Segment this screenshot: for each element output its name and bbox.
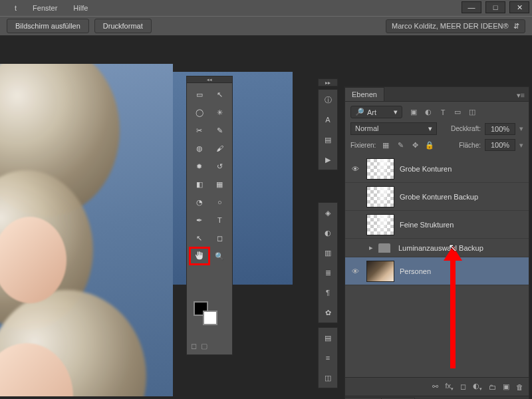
chevron-down-icon[interactable]: ▾ [519,141,523,150]
history-brush-icon[interactable]: ↺ [210,158,230,175]
layer-group[interactable]: ▸ Luminanzauswahl Backup [345,239,529,257]
shape-icon[interactable]: ◻ [210,229,230,247]
properties-icon[interactable]: ≡ [319,348,337,368]
layer-thumbnail[interactable] [366,186,394,207]
play-icon[interactable]: ▶ [319,150,337,170]
blend-mode-dropdown[interactable]: Normal ▾ [350,122,437,135]
side-collapse[interactable]: ▸▸ [318,78,338,86]
panel-menu-icon[interactable]: ▾≡ [513,90,529,101]
type-icon[interactable]: T [210,211,230,229]
paths-mini-icon[interactable]: ◫ [319,368,337,388]
workspace-label: Marco Kolditz, MEER DER IDEEN® [392,22,509,30]
fill-field[interactable]: 100% [485,139,515,151]
smart-filter-icon[interactable]: ◫ [466,106,478,118]
layer-name[interactable]: Luminanzauswahl Backup [398,244,483,252]
move-icon[interactable]: ↖ [210,86,230,103]
new-icon[interactable]: ▣ [503,382,509,391]
group-expand-icon[interactable]: ▸ [369,243,373,252]
layer-item[interactable]: Grobe Konturen Backup [345,183,529,211]
layer-thumbnail[interactable] [366,261,394,282]
type-filter-icon[interactable]: T [437,106,449,118]
brush-presets-icon[interactable]: ✿ [319,303,337,323]
path-select-icon[interactable]: ↖ [190,229,209,247]
fx-filter-icon[interactable]: ◐ [422,106,434,118]
gradient-icon[interactable]: ▦ [210,176,230,193]
swatches-icon[interactable]: ◈ [319,203,337,223]
visibility-icon[interactable]: 👁 [349,165,361,173]
main-area: ▭ ↖ ◯ ✳ ✂ ✎ ◍ 🖌 ✹ ↺ ◧ ▦ ◔ ○ ✒ T ↖ ◻ 🔍 [0,36,532,399]
close-button[interactable]: ✕ [509,1,529,13]
fill-adj-icon[interactable]: ◐▾ [473,382,482,392]
side-icon-group-3: ▤ ≡ ◫ [318,327,338,388]
blur-icon[interactable]: ◔ [190,194,209,211]
quickmask-icon[interactable]: ◻ [191,342,197,350]
layer-item-selected[interactable]: 👁 Personen [345,257,529,285]
layer-name[interactable]: Feine Strukturen [400,221,454,229]
print-format-button[interactable]: Druckformat [94,19,152,33]
bottom-tabs: Kanäle Pfade ▾≡ [345,396,529,399]
chevron-down-icon[interactable]: ▾ [519,124,523,133]
histogram-icon[interactable]: ▤ [319,328,337,348]
brush-icon[interactable]: 🖌 [210,140,230,157]
tab-ebenen[interactable]: Ebenen [345,87,384,101]
menubar: t Fenster Hilfe [0,0,532,16]
layer-item[interactable]: Feine Strukturen [345,211,529,239]
menu-item-hilfe[interactable]: Hilfe [65,1,96,15]
rectangular-marquee-icon[interactable]: ▭ [190,86,209,103]
fill-screen-button[interactable]: Bildschirm ausfüllen [7,19,89,33]
lock-position-icon[interactable]: ✥ [409,139,421,151]
layer-name[interactable]: Grobe Konturen Backup [400,193,478,201]
group-icon[interactable]: 🗀 [489,383,496,391]
hand-icon[interactable] [190,247,209,265]
layer-thumbnail[interactable] [366,214,394,235]
zoom-icon[interactable]: 🔍 [210,247,230,265]
visibility-icon[interactable]: 👁 [349,267,361,275]
layer-item[interactable]: 👁 Grobe Konturen [345,155,529,183]
workspace-dropdown[interactable]: Marco Kolditz, MEER DER IDEEN® ⇵ [386,19,525,33]
dodge-icon[interactable]: ○ [210,194,230,211]
image-filter-icon[interactable]: ▣ [408,106,420,118]
spot-heal-icon[interactable]: ◍ [190,140,209,157]
clone-stamp-icon[interactable]: ✹ [190,158,209,175]
menu-item-fenster[interactable]: Fenster [25,1,65,15]
lock-all-icon[interactable]: 🔒 [424,139,436,151]
lock-transparent-icon[interactable]: ▦ [380,139,392,151]
actions-icon[interactable]: ¶ [319,283,337,303]
character-icon[interactable]: A [319,110,337,130]
layer-list: 👁 Grobe Konturen Grobe Konturen Backup F… [345,155,529,377]
info-icon[interactable]: ⓘ [319,90,337,110]
magic-wand-icon[interactable]: ✳ [210,104,230,121]
screenmode-icon[interactable]: ▢ [201,342,207,350]
layer-thumbnail[interactable] [366,158,394,180]
layer-name[interactable]: Grobe Konturen [400,165,452,173]
trash-icon[interactable]: 🗑 [516,383,523,391]
lasso-icon[interactable]: ◯ [190,104,209,121]
document-canvas[interactable] [0,64,173,396]
minimize-button[interactable]: — [462,1,481,13]
background-swatch[interactable] [203,311,217,325]
color-swatches[interactable] [194,301,220,328]
layers-panel: Ebenen ▾≡ 🔎 Art ▾ ▣ ◐ T ▭ ◫ [344,86,529,399]
eyedropper-icon[interactable]: ✎ [210,122,230,139]
shape-filter-icon[interactable]: ▭ [452,106,464,118]
pen-icon[interactable]: ✒ [190,211,209,229]
navigator-icon[interactable]: ▤ [319,130,337,150]
link-icon[interactable]: ⚯ [432,382,438,391]
opacity-field[interactable]: 100% [485,123,515,135]
fill-label: Fläche: [459,142,481,149]
chevron-updown-icon: ⇵ [513,22,519,31]
layer-filter-kind[interactable]: 🔎 Art ▾ [350,106,402,118]
lock-paint-icon[interactable]: ✎ [394,139,406,151]
adjust-icon[interactable]: ◐ [319,223,337,243]
styles-icon[interactable]: ▥ [319,243,337,263]
eraser-icon[interactable]: ◧ [190,176,209,193]
layer-name[interactable]: Personen [400,267,431,275]
crop-icon[interactable]: ✂ [190,122,209,139]
tools-collapse[interactable] [187,76,232,83]
mask-icon[interactable]: ◻ [460,382,466,391]
panel-tabs: Ebenen ▾≡ [345,87,529,102]
menu-item-t[interactable]: t [7,1,25,15]
layers-mini-icon[interactable]: ≣ [319,263,337,283]
fx-icon[interactable]: fx▾ [445,382,454,392]
maximize-button[interactable]: □ [485,1,505,13]
